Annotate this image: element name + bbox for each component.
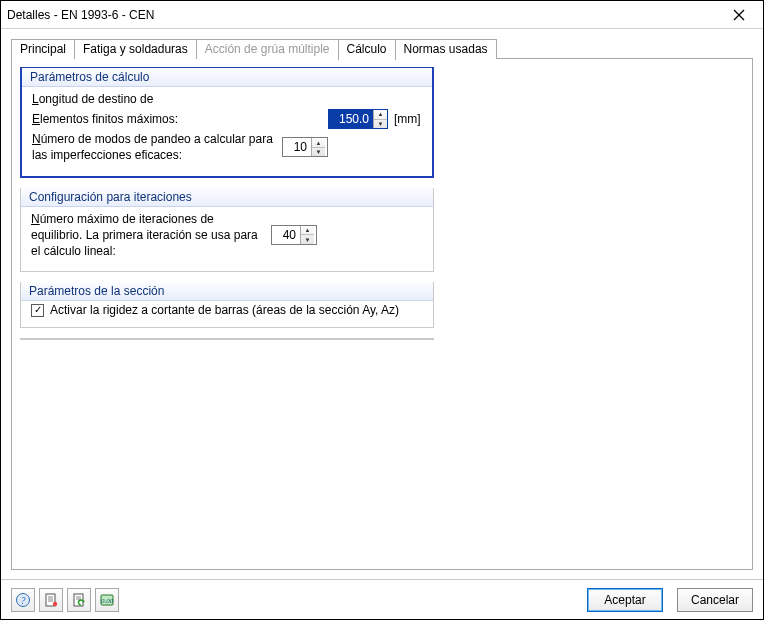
max-fe-label: Elementos finitos máximos: [32,111,328,127]
dialog-window: Detalles - EN 1993-6 - CEN PrincipalFati… [0,0,764,620]
tab-bar: PrincipalFatiga y soldadurasAcción de gr… [11,37,753,59]
max-fe-spin-up[interactable]: ▲ [374,110,387,120]
group-calc-params: Parámetros de cálculo Longitud de destin… [20,67,434,178]
svg-point-8 [53,601,57,605]
group-calc-params-title: Parámetros de cálculo [22,68,432,87]
tab-3[interactable]: Cálculo [338,39,396,60]
buckling-modes-spin-up[interactable]: ▲ [312,138,325,148]
tab-0[interactable]: Principal [11,39,75,59]
window-title: Detalles - EN 1993-6 - CEN [7,8,721,22]
document-icon [43,592,59,608]
help-button[interactable]: ? [11,588,35,612]
close-icon [733,9,745,21]
empty-panel [20,338,434,340]
buckling-modes-spin-down[interactable]: ▼ [312,148,325,157]
tab-4[interactable]: Normas usadas [395,39,497,59]
buckling-modes-label: Número de modos de pandeo a calcular par… [32,131,282,163]
group-iter-config: Configuración para iteraciones Número má… [20,188,434,273]
max-iter-label: Número máximo de iteraciones de equilibr… [31,211,271,260]
max-iter-input[interactable] [272,226,300,244]
target-length-label: Longitud de destino de [32,91,422,107]
max-fe-spinner[interactable]: ▲ ▼ [328,109,388,129]
max-fe-unit: [mm] [388,111,422,127]
buckling-modes-input[interactable] [283,138,311,156]
max-iter-spin-down[interactable]: ▼ [301,235,314,244]
group-section-params-title: Parámetros de la sección [21,282,433,301]
cancel-button[interactable]: Cancelar [677,588,753,612]
group-section-params: Parámetros de la sección ✓ Activar la ri… [20,282,434,328]
tool-button-3[interactable]: 0.00 [95,588,119,612]
max-iter-spinner[interactable]: ▲ ▼ [271,225,317,245]
group-iter-config-title: Configuración para iteraciones [21,188,433,207]
svg-text:?: ? [21,595,26,606]
tool-button-2[interactable] [67,588,91,612]
buckling-modes-spinner[interactable]: ▲ ▼ [282,137,328,157]
shear-stiffness-label: Activar la rigidez a cortante de barras … [50,303,399,317]
tab-2: Acción de grúa múltiple [196,39,339,59]
units-icon: 0.00 [99,592,115,608]
tool-button-1[interactable] [39,588,63,612]
max-fe-spin-down[interactable]: ▼ [374,120,387,129]
shear-stiffness-checkbox[interactable]: ✓ [31,304,44,317]
accept-button[interactable]: Aceptar [587,588,663,612]
tab-1[interactable]: Fatiga y soldaduras [74,39,197,59]
svg-text:0.00: 0.00 [101,597,114,605]
dialog-content: PrincipalFatiga y soldadurasAcción de gr… [1,29,763,579]
max-fe-input[interactable] [329,110,373,128]
max-iter-spin-up[interactable]: ▲ [301,226,314,236]
close-button[interactable] [721,4,757,26]
tab-calculo-panel: Parámetros de cálculo Longitud de destin… [11,58,753,570]
help-icon: ? [15,592,31,608]
titlebar: Detalles - EN 1993-6 - CEN [1,1,763,29]
footer-bar: ? 0.00 Aceptar Cancelar [1,579,763,619]
document-reload-icon [71,592,87,608]
